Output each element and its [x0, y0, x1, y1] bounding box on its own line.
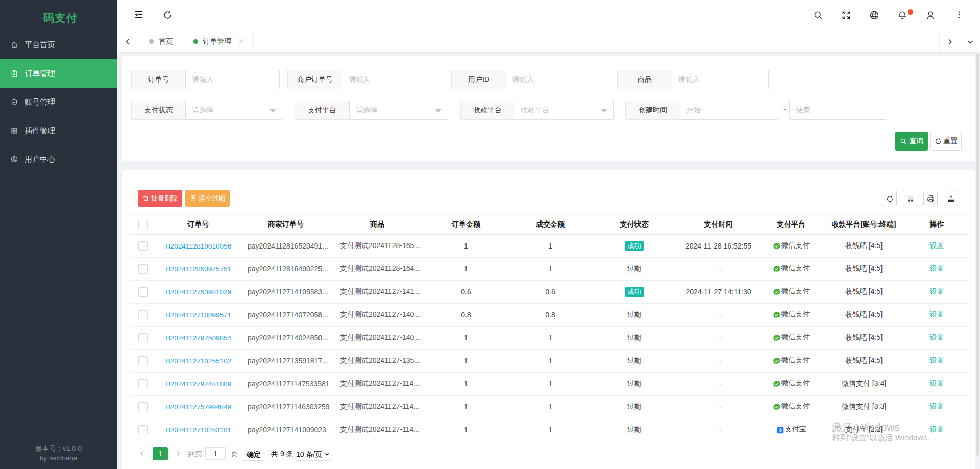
svg-text:支: 支 — [777, 428, 782, 433]
